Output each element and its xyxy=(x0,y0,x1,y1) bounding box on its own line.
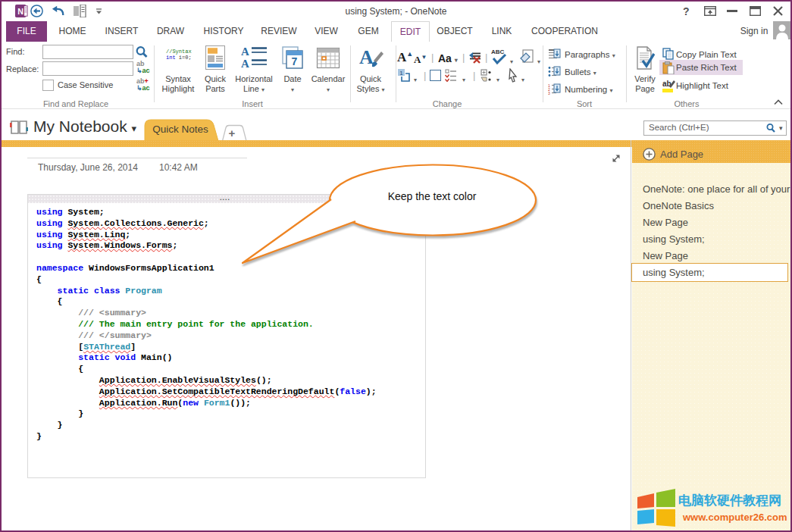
svg-text:N: N xyxy=(17,7,23,16)
svg-text:A: A xyxy=(241,58,249,70)
svg-text:1: 1 xyxy=(399,70,403,77)
svg-text:A: A xyxy=(241,45,249,58)
svg-text:7: 7 xyxy=(292,55,298,67)
svg-text:3: 3 xyxy=(548,91,550,95)
svg-text:A: A xyxy=(359,46,374,68)
svg-text:ABC: ABC xyxy=(491,49,505,55)
